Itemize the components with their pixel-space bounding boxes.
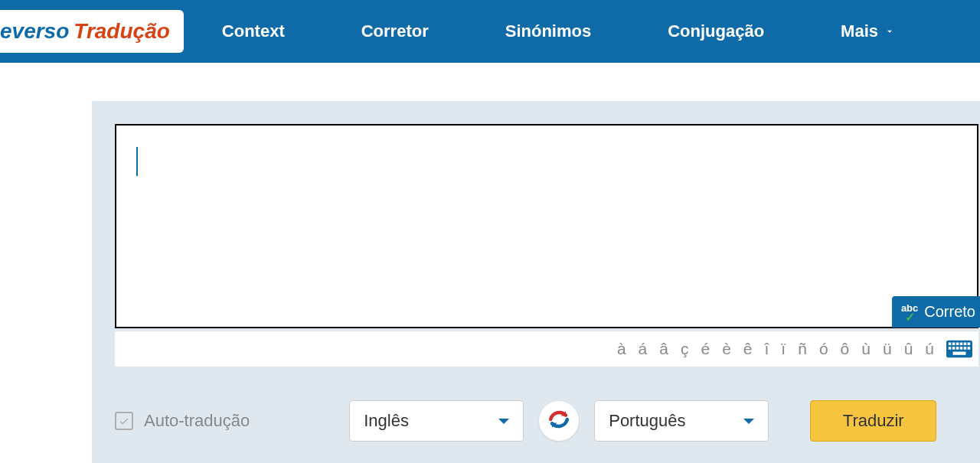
corrector-button[interactable]: abc ✓ Correto (892, 296, 980, 328)
translate-button[interactable]: Traduzir (810, 400, 936, 442)
accent-char[interactable]: ó (819, 340, 828, 358)
source-language-label: Inglês (364, 411, 409, 431)
auto-translate-label: Auto-tradução (144, 411, 250, 431)
accent-char[interactable]: à (617, 340, 626, 358)
accent-char[interactable]: ï (781, 340, 786, 358)
swap-languages-button[interactable] (539, 401, 579, 441)
target-language-select[interactable]: Português (594, 400, 769, 442)
text-cursor (136, 147, 138, 176)
svg-rect-6 (968, 343, 971, 346)
accent-char[interactable]: î (765, 340, 769, 358)
swap-arrows-icon (545, 406, 573, 436)
source-language-select[interactable]: Inglês (349, 400, 524, 442)
accent-char[interactable]: è (722, 340, 731, 358)
svg-rect-1 (949, 343, 952, 346)
keyboard-icon[interactable] (946, 340, 972, 358)
accent-char[interactable]: ç (681, 340, 689, 358)
accent-toolbar: à á â ç é è ê î ï ñ ó ô ù ü û ú (115, 331, 978, 367)
text-input-area: abc ✓ Correto (115, 124, 980, 331)
accent-char[interactable]: û (904, 340, 913, 358)
logo-text-first: everso (0, 19, 69, 44)
logo-text-second: Tradução (74, 19, 170, 44)
nav-conjugation[interactable]: Conjugação (668, 21, 764, 41)
svg-rect-4 (960, 343, 963, 346)
accent-char[interactable]: ñ (798, 340, 807, 358)
accent-char[interactable]: ê (743, 340, 753, 358)
nav-context[interactable]: Context (222, 21, 285, 41)
accent-char[interactable]: â (659, 340, 668, 358)
nav-synonyms[interactable]: Sinónimos (505, 21, 591, 41)
svg-rect-13 (953, 352, 966, 355)
accent-char[interactable]: ù (861, 340, 871, 358)
chevron-down-icon (884, 26, 895, 37)
svg-rect-8 (952, 347, 956, 350)
logo[interactable]: everso Tradução (0, 10, 184, 53)
target-language-label: Português (609, 411, 685, 431)
nav-corrector[interactable]: Corretor (361, 21, 429, 41)
top-nav-bar: everso Tradução Context Corretor Sinónim… (0, 0, 980, 63)
accent-char[interactable]: ô (841, 340, 850, 358)
nav-more[interactable]: Mais (841, 21, 895, 41)
svg-rect-7 (949, 347, 952, 350)
caret-down-icon (743, 419, 754, 424)
accent-char[interactable]: ü (883, 340, 892, 358)
svg-rect-9 (956, 347, 959, 350)
svg-rect-2 (952, 343, 956, 346)
svg-rect-5 (964, 343, 967, 346)
svg-rect-3 (956, 343, 959, 346)
auto-translate-toggle[interactable]: Auto-tradução (115, 411, 250, 431)
corrector-label: Correto (924, 303, 975, 321)
svg-rect-12 (968, 347, 971, 350)
checkbox-icon (115, 412, 133, 430)
caret-down-icon (498, 419, 509, 424)
translate-button-label: Traduzir (843, 411, 904, 431)
accent-char[interactable]: é (701, 340, 710, 358)
main-panel: abc ✓ Correto à á â ç é è ê î ï ñ ó ô ù … (92, 101, 980, 463)
controls-row: Auto-tradução Inglês Português Traduzir (115, 400, 980, 442)
svg-rect-10 (960, 347, 963, 350)
accent-char[interactable]: ú (925, 340, 934, 358)
source-text-input[interactable] (115, 124, 978, 328)
svg-rect-11 (964, 347, 967, 350)
abc-check-icon: abc ✓ (901, 302, 918, 321)
accent-char[interactable]: á (639, 340, 648, 358)
nav-links: Context Corretor Sinónimos Conjugação Ma… (222, 21, 895, 41)
